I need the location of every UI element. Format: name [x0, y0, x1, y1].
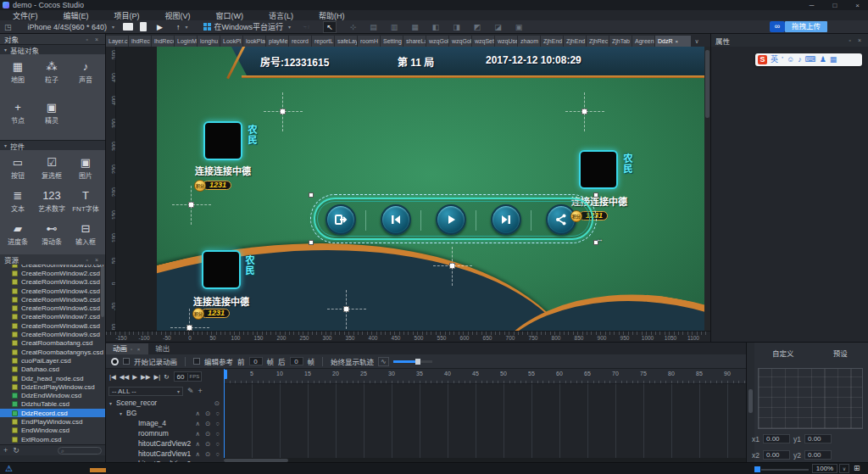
- editor-tab[interactable]: Agreen×: [632, 36, 654, 47]
- onion-skin-checkbox[interactable]: [193, 358, 200, 365]
- palette-item[interactable]: ≣ 文本: [1, 188, 35, 215]
- show-trajectory-label[interactable]: 始终显示轨迹: [331, 356, 374, 366]
- curve-icon[interactable]: ∿: [378, 357, 389, 366]
- align-hcenter-icon[interactable]: ▥: [391, 23, 398, 31]
- easing-curve-grid[interactable]: [758, 368, 863, 429]
- x1-input[interactable]: 0.00: [763, 434, 790, 443]
- expander-icon[interactable]: ▾: [120, 410, 126, 416]
- menu-item[interactable]: 帮助(H): [306, 10, 358, 21]
- avatar[interactable]: [579, 150, 618, 189]
- expander-icon[interactable]: ▾: [109, 400, 116, 406]
- device-selector[interactable]: iPhone 4/4S(960 * 640): [28, 23, 108, 31]
- align-bottom-icon[interactable]: ◩: [474, 23, 481, 31]
- collapse-icon[interactable]: ▾: [4, 47, 7, 53]
- avatar[interactable]: [203, 121, 242, 160]
- skin-icon[interactable]: ♟: [820, 55, 826, 64]
- palette-item[interactable]: ▣ 精灵: [35, 100, 69, 135]
- editor-tab[interactable]: ZjhTab×: [609, 36, 632, 47]
- publish-caret-icon[interactable]: ▾: [186, 24, 188, 30]
- editor-tab[interactable]: safeLay×: [335, 36, 357, 47]
- editor-tab[interactable]: ZjhEnd×: [564, 36, 586, 47]
- tab-output[interactable]: 输出: [148, 343, 176, 354]
- select-tool-icon[interactable]: ↖: [323, 21, 337, 33]
- editor-tab[interactable]: Setting×: [381, 36, 403, 47]
- close-button[interactable]: ×: [855, 2, 860, 9]
- palette-item[interactable]: ▰ 进度条: [1, 221, 35, 248]
- editor-tab[interactable]: Layer.c×: [106, 36, 128, 47]
- zoom-level[interactable]: 100%: [812, 464, 837, 473]
- resource-search-input[interactable]: ⌕: [58, 447, 102, 454]
- timeline-zoom-slider[interactable]: [393, 360, 432, 363]
- file-item[interactable]: CreateRoomWindow8.csd: [0, 321, 105, 330]
- anchor-tool-icon[interactable]: ⊹: [350, 23, 357, 31]
- palette-item[interactable]: ▣ 图片: [69, 155, 103, 182]
- next-frame-button[interactable]: ▶▶: [141, 373, 151, 381]
- menu-item[interactable]: 项目(P): [102, 10, 153, 21]
- menu-item[interactable]: 编辑(E): [51, 10, 102, 21]
- file-item[interactable]: CreateRoomWindow3.csd: [0, 278, 105, 287]
- toolbox-icon[interactable]: ▦: [830, 55, 837, 64]
- pixel-grid-icon[interactable]: ⊞: [854, 464, 860, 472]
- editor-tab[interactable]: wzqUse×: [495, 36, 517, 47]
- avatar[interactable]: [202, 250, 241, 289]
- timeline-node[interactable]: Image_4 ∧ ⊙ ○: [106, 418, 224, 428]
- add-resource-button[interactable]: +: [3, 446, 8, 454]
- first-frame-button[interactable]: |◀: [109, 373, 116, 381]
- palette-item[interactable]: ⊷ 滑动条: [35, 221, 69, 248]
- record-checkbox[interactable]: [123, 358, 130, 365]
- minimize-button[interactable]: ─: [810, 2, 815, 9]
- anchor-marker[interactable]: [186, 325, 192, 331]
- device-caret-icon[interactable]: ▾: [112, 24, 114, 30]
- anchor-marker[interactable]: [343, 306, 349, 312]
- emoji-icon[interactable]: ☺: [787, 55, 794, 64]
- menu-item[interactable]: 窗口(W): [203, 10, 257, 21]
- lang-mode-icon[interactable]: 英: [771, 55, 778, 64]
- portrait-icon[interactable]: [140, 22, 147, 31]
- tab-animation[interactable]: 动画▫ ×: [106, 343, 148, 354]
- canvas-vertical-scrollbar[interactable]: [704, 47, 710, 331]
- file-item[interactable]: CreateRoomWindow9.csd: [0, 330, 105, 338]
- x2-input[interactable]: 0.00: [763, 450, 790, 460]
- file-item[interactable]: CreateRoomWindow2.csd: [0, 269, 105, 277]
- editor-tab[interactable]: LoginM×: [175, 36, 197, 47]
- timeline-node[interactable]: ▾ Scene_recor ⊙: [106, 398, 224, 408]
- preview-play-button[interactable]: ▶: [157, 23, 163, 31]
- soft-keyboard-icon[interactable]: ⌨: [805, 55, 816, 64]
- frame-ruler[interactable]: 0 5 10 15 20 25 30 35 40 45 50 55: [224, 369, 746, 384]
- editor-tab[interactable]: LookPl×: [220, 36, 242, 47]
- file-item[interactable]: Dafuhao.csd: [0, 365, 105, 374]
- basic-objects-section[interactable]: ▾ 基础对象: [0, 44, 105, 54]
- design-canvas[interactable]: 500 450 400 350 300 250 200 150 100 50 0: [106, 47, 710, 331]
- editor-tab[interactable]: ZjhEnd×: [541, 36, 563, 47]
- tab-close-icon[interactable]: ×: [676, 39, 679, 44]
- menu-item[interactable]: 文件(F): [0, 10, 51, 21]
- file-item[interactable]: CreatRoombaofangnys.csd: [0, 348, 105, 356]
- menu-item[interactable]: 语言(L): [256, 10, 306, 21]
- after-frames-input[interactable]: 0: [290, 357, 303, 365]
- node-visibility-icons[interactable]: ∧ ⊙ ○: [196, 420, 224, 427]
- editor-tab[interactable]: roomH×: [358, 36, 380, 47]
- panel-dock-close-icons[interactable]: ▫ ×: [86, 36, 101, 42]
- palette-item[interactable]: ▦ 地图: [1, 59, 35, 94]
- zoom-chevron-icon[interactable]: ∨: [839, 464, 849, 473]
- previous-button[interactable]: [381, 204, 411, 235]
- file-item[interactable]: cuoPaiLayer.csd: [0, 356, 105, 365]
- align-top-icon[interactable]: ◧: [432, 23, 440, 31]
- exit-button[interactable]: [326, 204, 356, 235]
- panel-dock-close-icons[interactable]: ▫ ×: [849, 37, 864, 43]
- run-target-selector[interactable]: 在Windows平台运行: [214, 21, 284, 32]
- palette-item[interactable]: ▭ 按钮: [1, 155, 35, 182]
- collapse-icon[interactable]: ▾: [4, 142, 7, 148]
- anchor-marker[interactable]: [280, 109, 286, 114]
- align-right-icon[interactable]: ▦: [411, 23, 419, 31]
- editor-tab[interactable]: wzqGol×: [449, 36, 471, 47]
- resize-handle[interactable]: [593, 192, 598, 198]
- play-animation-button[interactable]: ▶: [132, 373, 137, 381]
- anchor-marker[interactable]: [581, 109, 587, 114]
- next-button[interactable]: [491, 204, 521, 235]
- anchor-marker[interactable]: [449, 263, 455, 269]
- panel-dock-close-icons[interactable]: ▫ ×: [86, 257, 101, 263]
- file-item[interactable]: DdzEndWindow.csd: [0, 391, 105, 399]
- timeline-node[interactable]: hitoutCardView1 ∧ ⊙ ○: [106, 449, 224, 459]
- file-item[interactable]: DdzRecord.csd: [0, 409, 105, 417]
